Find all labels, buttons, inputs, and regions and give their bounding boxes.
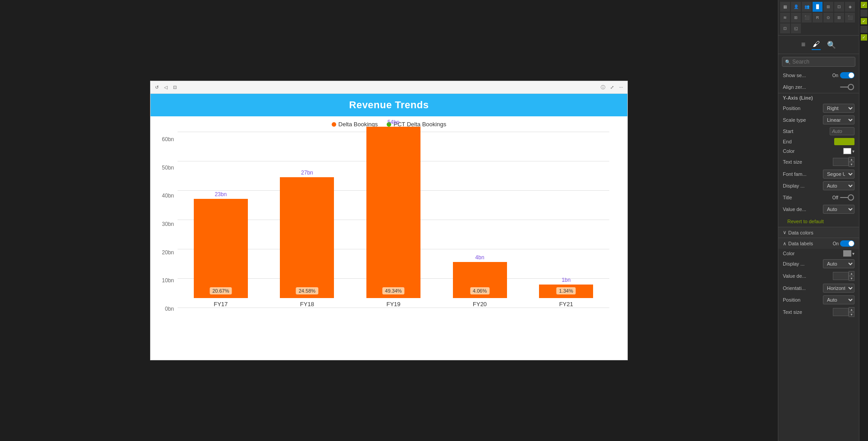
color-swatch[interactable]: [843, 148, 851, 154]
value-de2-input[interactable]: 0: [833, 272, 849, 280]
color-dropdown-arrow[interactable]: ▾: [852, 149, 854, 154]
align-zero-row: Align zer...: [778, 81, 859, 93]
display-dropdown[interactable]: Auto: [823, 181, 854, 190]
bar-top-label-fy17: 23bn: [215, 191, 227, 198]
back-icon[interactable]: ◁: [162, 84, 169, 91]
vis-icon-12[interactable]: ⊙: [823, 13, 833, 23]
text-size2-down[interactable]: ▼: [849, 312, 854, 317]
data-labels-section[interactable]: ∧ Data labels On: [778, 238, 859, 249]
strip-check-1[interactable]: ✓: [861, 2, 867, 8]
expand-icon[interactable]: ⤢: [608, 84, 616, 91]
end-input[interactable]: 1000: [834, 138, 854, 145]
bar-fy17[interactable]: 20.67%: [194, 199, 248, 298]
right-panel: ▦ 👤 👥 ▉ ⊞ ⊡ ◈ ≋ ⊞ ⬛ R ⊙ ⊞ ⬛ ⊡ ◱ ≡ 🖌 🔍 🔍 …: [778, 0, 859, 441]
bar-fy18[interactable]: 24.58%: [280, 177, 334, 298]
strip-btn-2[interactable]: [860, 26, 868, 33]
bar-fy20[interactable]: 4.06%: [453, 262, 507, 298]
value-de2-btns: ▲ ▼: [849, 271, 854, 281]
value-de2-down[interactable]: ▼: [849, 276, 854, 281]
show-series-value: On: [832, 73, 838, 78]
value-de-dropdown[interactable]: Auto: [823, 205, 854, 214]
info-icon[interactable]: ⓘ: [599, 84, 607, 91]
vis-icon-14[interactable]: ⬛: [845, 13, 855, 23]
tab-format[interactable]: 🖌: [812, 39, 821, 50]
icon-grid: ▦ 👤 👥 ▉ ⊞ ⊡ ◈ ≋ ⊞ ⬛ R ⊙ ⊞ ⬛ ⊡ ◱: [780, 2, 857, 33]
strip-btn-1[interactable]: [860, 9, 868, 17]
main-area: ↺ ◁ ⊡ ⓘ ⤢ ··· Revenue Trends Delta Booki…: [0, 0, 778, 441]
data-colors-label: Data colors: [788, 230, 813, 235]
revert-link[interactable]: Revert to default: [783, 217, 828, 226]
reset-icon[interactable]: ↺: [153, 84, 160, 91]
text-size2-up[interactable]: ▲: [849, 307, 854, 312]
data-colors-section[interactable]: ∨ Data colors: [778, 227, 859, 238]
y-label-30: 30bn: [162, 221, 174, 227]
vis-icon-11[interactable]: R: [813, 13, 822, 23]
visual-icons-area: ▦ 👤 👥 ▉ ⊞ ⊡ ◈ ≋ ⊞ ⬛ R ⊙ ⊞ ⬛ ⊡ ◱: [778, 0, 859, 36]
position-row: Position Right Left: [778, 102, 859, 114]
bar-fy21[interactable]: 1.34%: [539, 285, 593, 298]
focus-icon[interactable]: ⊡: [171, 84, 178, 91]
vis-icon-6[interactable]: ⊡: [834, 2, 844, 12]
search-input[interactable]: [792, 59, 852, 65]
scale-type-label: Scale type: [783, 117, 806, 123]
vis-icon-1[interactable]: ▦: [780, 2, 790, 12]
color2-swatch[interactable]: [843, 250, 851, 257]
orientation-label: Orientati...: [783, 285, 806, 291]
orientation-row: Orientati... Horizontal Vertical: [778, 282, 859, 294]
vis-icon-3[interactable]: 👥: [802, 2, 812, 12]
bar-top-label-fy19: 54bn: [388, 119, 400, 125]
position2-dropdown[interactable]: Auto: [823, 295, 854, 304]
text-size-down[interactable]: ▼: [849, 162, 854, 167]
text-size-btns: ▲ ▼: [849, 157, 854, 167]
data-labels-toggle[interactable]: [840, 240, 854, 247]
position-label: Position: [783, 106, 800, 111]
grid-line-0: [178, 308, 609, 308]
text-size2-input[interactable]: 9: [833, 308, 849, 316]
scale-type-dropdown[interactable]: Linear Log: [823, 115, 854, 124]
vis-icon-15[interactable]: ⊡: [780, 23, 790, 33]
text-size-row: Text size 11 ▲ ▼: [778, 156, 859, 168]
start-row: Start: [778, 126, 859, 137]
strip-check-2[interactable]: ✓: [861, 18, 867, 24]
start-input[interactable]: [830, 127, 854, 135]
search-box[interactable]: 🔍: [782, 57, 855, 67]
vis-icon-5[interactable]: ⊞: [823, 2, 833, 12]
expand-icon-data-labels: ∧: [783, 241, 786, 247]
align-zero-toggle[interactable]: [840, 84, 854, 90]
color2-dropdown-arrow[interactable]: ▾: [852, 251, 854, 256]
orientation-dropdown[interactable]: Horizontal Vertical: [823, 284, 854, 293]
show-series-label: Show se...: [783, 73, 806, 78]
position-dropdown[interactable]: Right Left: [823, 104, 854, 113]
bar-group-fy20: 4bn 4.06% FY20: [453, 254, 507, 308]
x-label-fy18: FY18: [300, 301, 314, 308]
text-size-spinner[interactable]: 11 ▲ ▼: [833, 157, 854, 167]
value-de2-up[interactable]: ▲: [849, 271, 854, 276]
display2-dropdown[interactable]: Auto: [823, 259, 854, 268]
vis-icon-10[interactable]: ⬛: [802, 13, 812, 23]
value-de2-spinner[interactable]: 0 ▲ ▼: [833, 271, 854, 281]
text-size-up[interactable]: ▲: [849, 157, 854, 162]
y-axis-section: Y-Axis (Line): [778, 93, 859, 102]
bar-top-label-fy21: 1bn: [562, 277, 571, 283]
vis-icon-13[interactable]: ⊞: [834, 13, 844, 23]
vis-icon-7[interactable]: ◈: [845, 2, 855, 12]
text-size2-spinner[interactable]: 9 ▲ ▼: [833, 307, 854, 317]
vis-icon-9[interactable]: ⊞: [791, 13, 801, 23]
strip-check-3[interactable]: ✓: [861, 34, 867, 41]
tab-analytics[interactable]: 🔍: [826, 40, 837, 50]
bar-pct-fy18: 24.58%: [296, 287, 318, 294]
bar-fy19[interactable]: 49.34%: [366, 127, 420, 298]
font-family-dropdown[interactable]: Segoe UI: [823, 170, 854, 179]
text-size-input[interactable]: 11: [833, 158, 849, 166]
display2-row: Display ... Auto: [778, 258, 859, 270]
vis-icon-16[interactable]: ◱: [791, 23, 801, 33]
vis-icon-2[interactable]: 👤: [791, 2, 801, 12]
title-toggle[interactable]: [840, 194, 854, 201]
vis-icon-8[interactable]: ≋: [780, 13, 790, 23]
tab-fields[interactable]: ≡: [800, 40, 806, 50]
chart-title: Revenue Trends: [349, 99, 429, 111]
show-series-toggle[interactable]: [840, 72, 854, 78]
panel-tabs: ≡ 🖌 🔍: [778, 36, 859, 54]
more-icon[interactable]: ···: [617, 84, 625, 91]
vis-icon-bar[interactable]: ▉: [813, 2, 822, 12]
